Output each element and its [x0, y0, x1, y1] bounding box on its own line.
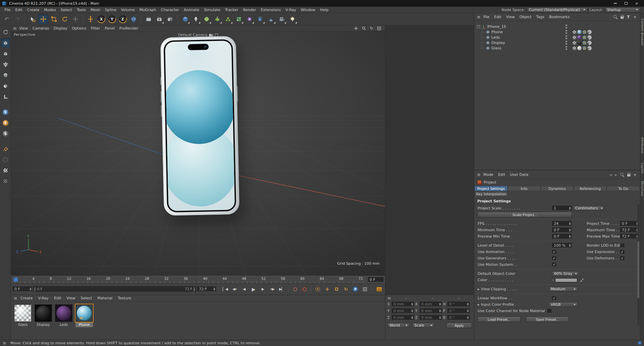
visibility-dots[interactable] — [566, 35, 567, 39]
next-key-button[interactable]: •▶ — [268, 285, 276, 293]
preview-min-time-field[interactable]: 0 F — [552, 234, 572, 239]
add-icon[interactable]: + — [633, 173, 637, 177]
camera-menu[interactable] — [277, 14, 287, 24]
layout-dropdown[interactable]: Startup — [605, 7, 640, 12]
preview-max-time-field[interactable]: 72 F — [620, 234, 639, 239]
om-menu-edit[interactable]: Edit — [492, 15, 503, 19]
history-back-icon[interactable]: ◀ — [609, 173, 612, 177]
position-x-field[interactable]: 0 mm — [392, 302, 414, 307]
material-item[interactable]: Leds — [55, 304, 73, 327]
coordinate-space-dropdown[interactable]: World — [387, 323, 410, 328]
iphone-model[interactable] — [160, 36, 239, 216]
material-tag-icon[interactable] — [577, 35, 582, 40]
timeline-ruler[interactable]: 04 812 1620 2428 3236 4044 4852 5660 646… — [11, 276, 385, 283]
tab-info[interactable]: Info — [508, 186, 541, 191]
end-frame-field[interactable]: 72 F — [197, 287, 216, 292]
material-thumbnail-glass[interactable] — [14, 304, 32, 322]
visibility-dots[interactable] — [566, 46, 567, 50]
add-icon[interactable]: + — [633, 15, 637, 19]
om-menu-tags[interactable]: Tags — [534, 15, 546, 19]
tab-todo[interactable]: To Do — [607, 186, 640, 191]
preview-range-slider[interactable]: 0 F 72 F — [33, 286, 196, 292]
linear-workflow-checkbox[interactable]: ✓ — [552, 296, 556, 300]
vp-menu-prorender[interactable]: ProRender — [117, 26, 141, 31]
tree-row-glass[interactable]: Glass — [474, 45, 640, 51]
texture-tag-icon[interactable] — [572, 35, 577, 40]
texture-tag-icon[interactable] — [572, 30, 577, 34]
mat-menu-vray[interactable]: V-Ray — [36, 296, 51, 300]
viewport-solo-off-button[interactable] — [1, 155, 10, 164]
volume-builder-menu[interactable] — [234, 14, 244, 24]
menu-select[interactable]: Select — [58, 8, 74, 12]
make-editable-button[interactable] — [1, 28, 10, 37]
live-selection-tool[interactable] — [28, 14, 38, 24]
om-menu-bookmarks[interactable]: Bookmarks — [547, 15, 572, 19]
render-to-picture-viewer-button[interactable] — [154, 14, 164, 24]
record-scale-toggle[interactable] — [332, 285, 341, 293]
material-thumbnail-display[interactable] — [35, 304, 52, 322]
use-deformers-checkbox[interactable]: ✓ — [620, 256, 624, 260]
panel-menu-icon[interactable]: ≡ — [3, 341, 6, 345]
use-motion-system-checkbox[interactable]: ✓ — [552, 263, 556, 267]
history-forward-icon[interactable]: ▶ — [615, 173, 617, 177]
color-swatch[interactable] — [555, 278, 577, 282]
input-color-profile-dropdown[interactable]: sRGB — [549, 302, 578, 307]
redo-button[interactable]: ↷ — [12, 14, 22, 24]
texture-mode-button[interactable] — [1, 49, 10, 58]
project-scale-field[interactable]: 1 — [552, 206, 572, 211]
tree-row-leds[interactable]: Leds — [474, 35, 640, 40]
use-animation-checkbox[interactable]: ✓ — [552, 250, 556, 254]
material-item[interactable]: Glass — [14, 304, 32, 327]
undo-button[interactable]: ↶ — [2, 14, 12, 24]
project-time-field[interactable]: 0 F — [620, 221, 639, 226]
side-tab-attributes[interactable]: Attributes — [641, 137, 644, 153]
uvw-tag-icon[interactable] — [582, 41, 587, 45]
extrude-generator-menu[interactable] — [212, 14, 222, 24]
mat-menu-material[interactable]: Material — [95, 296, 115, 300]
menu-file[interactable]: File — [2, 8, 13, 12]
mat-menu-select[interactable]: Select — [78, 296, 94, 300]
previous-frame-button[interactable]: ◀ — [240, 285, 248, 293]
use-color-channel-checkbox[interactable] — [547, 309, 551, 313]
vp-menu-view[interactable]: View — [17, 26, 30, 31]
simulate-menu[interactable] — [255, 14, 265, 24]
mat-menu-view[interactable]: View — [64, 296, 77, 300]
tree-row-display[interactable]: Display — [474, 40, 640, 45]
menu-create[interactable]: Create — [25, 8, 42, 12]
menu-modes[interactable]: Modes — [42, 8, 58, 12]
group-expander-icon[interactable]: ▸ — [478, 287, 481, 291]
close-button[interactable]: × — [631, 0, 642, 7]
viewport-solo-hierarchy-button[interactable] — [1, 177, 10, 186]
maximize-button[interactable] — [621, 0, 631, 7]
rotate-tool[interactable] — [60, 14, 70, 24]
panel-menu-icon[interactable]: ≡ — [387, 296, 391, 300]
material-thumbnail-phone[interactable] — [75, 304, 93, 322]
vp-menu-filter[interactable]: Filter — [89, 26, 102, 31]
panel-menu-icon[interactable]: ≡ — [13, 26, 17, 31]
menu-mesh[interactable]: Mesh — [88, 8, 103, 12]
tree-row-iphone15[interactable]: − iPhone_15 — [474, 24, 640, 29]
texture-tag-icon[interactable] — [572, 41, 577, 45]
range-end-grip[interactable] — [194, 287, 195, 291]
vp-menu-cameras[interactable]: Cameras — [30, 26, 51, 31]
array-generator-menu[interactable] — [223, 14, 233, 24]
edit-render-settings-button[interactable] — [165, 14, 175, 24]
current-frame-field[interactable]: 0 F — [13, 287, 32, 292]
material-item[interactable]: Display — [34, 304, 52, 327]
vp-menu-options[interactable]: Options — [69, 26, 88, 31]
floor-environment-menu[interactable] — [266, 14, 276, 24]
play-button[interactable]: ▶ — [249, 285, 258, 293]
record-active-objects-button[interactable] — [314, 285, 322, 293]
record-rotation-toggle[interactable]: ↻ — [342, 285, 350, 293]
vp-menu-display[interactable]: Display — [51, 26, 70, 31]
material-tag-icon[interactable] — [577, 46, 582, 50]
next-frame-button[interactable]: ▶ — [259, 285, 267, 293]
node-space-dropdown[interactable]: Current (Standard/Physical) — [527, 7, 587, 12]
size-y-field[interactable]: 0 mm — [420, 308, 442, 313]
filter-icon[interactable] — [627, 15, 630, 19]
lock-icon[interactable] — [627, 174, 630, 177]
side-tab-content-browser[interactable]: Content Browser — [641, 18, 644, 46]
pan-view-icon[interactable] — [354, 26, 359, 31]
menu-vray[interactable]: V-Ray — [283, 8, 299, 12]
primitive-cube-menu[interactable] — [180, 14, 190, 24]
